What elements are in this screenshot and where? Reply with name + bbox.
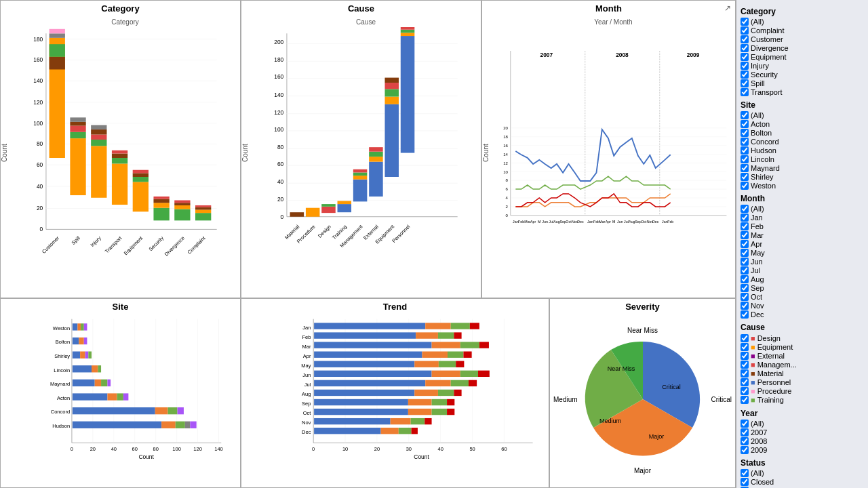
cat-security-label: Security (751, 70, 778, 79)
mo-mar[interactable]: Mar (741, 231, 864, 239)
mo-may[interactable]: May (741, 249, 864, 257)
cat-transport-item[interactable]: Transport (741, 88, 864, 96)
cat-injury-checkbox[interactable] (741, 62, 749, 70)
cat-security-checkbox[interactable] (741, 70, 749, 79)
near-miss-label: Near Miss (627, 327, 658, 334)
svg-text:80: 80 (153, 446, 159, 452)
site-lincoln-item[interactable]: Lincoln (741, 155, 864, 163)
mo-aug[interactable]: Aug (741, 275, 864, 283)
site-weston-item[interactable]: Weston (741, 182, 864, 190)
site-hudson-item[interactable]: Hudson (741, 146, 864, 155)
mo-jun[interactable]: Jun (741, 258, 864, 266)
cat-spill-checkbox[interactable] (741, 79, 749, 87)
cause-material[interactable]: ■ Material (741, 369, 864, 378)
svg-rect-210 (95, 380, 101, 386)
site-maynard-item[interactable]: Maynard (741, 164, 864, 172)
yr-2009[interactable]: 2009 (741, 446, 864, 454)
svg-rect-269 (314, 352, 422, 358)
external-link-icon[interactable]: ↗ (724, 3, 731, 13)
mo-apr[interactable]: Apr (741, 240, 864, 248)
mo-jan[interactable]: Jan (741, 214, 864, 222)
svg-rect-215 (107, 393, 117, 400)
year-month-subtitle: Year / Month (495, 18, 732, 26)
svg-rect-283 (451, 380, 469, 386)
svg-rect-25 (50, 29, 65, 34)
site-shirley-item[interactable]: Shirley (741, 173, 864, 181)
svg-text:Sep: Sep (302, 401, 311, 407)
cat-transport-checkbox[interactable] (741, 88, 749, 96)
svg-text:Mar: Mar (524, 220, 530, 224)
cat-spill-item[interactable]: Spill (741, 79, 864, 87)
cat-injury-item[interactable]: Injury (741, 62, 864, 70)
svg-text:0: 0 (506, 214, 509, 218)
yr-all[interactable]: (All) (741, 420, 864, 428)
cause-procedure[interactable]: ■ Procedure (741, 387, 864, 395)
site-bolton-item[interactable]: Bolton (741, 129, 864, 137)
svg-rect-257 (314, 323, 425, 329)
yr-2008[interactable]: 2008 (741, 437, 864, 445)
mo-sep[interactable]: Sep (741, 284, 864, 292)
mo-dec[interactable]: Dec (741, 310, 864, 319)
st-closed[interactable]: Closed (741, 478, 864, 486)
svg-text:40: 40 (438, 446, 443, 452)
svg-rect-47 (153, 197, 169, 199)
cat-security-item[interactable]: Security (741, 70, 864, 79)
svg-text:0: 0 (281, 214, 284, 220)
site-all-item[interactable]: (All) (741, 111, 864, 119)
category-chart-panel: Category Count Category 0 20 (0, 0, 241, 298)
svg-rect-282 (425, 380, 451, 386)
svg-rect-216 (117, 393, 123, 400)
svg-text:80: 80 (277, 144, 284, 150)
svg-rect-91 (338, 204, 352, 212)
cause-management[interactable]: ■ Managem... (741, 361, 864, 369)
svg-text:200: 200 (274, 39, 283, 45)
st-all[interactable]: (All) (741, 469, 864, 477)
mo-oct[interactable]: Oct (741, 293, 864, 301)
top-row: Category Count Category 0 20 (0, 0, 736, 298)
site-acton-item[interactable]: Acton (741, 120, 864, 128)
cat-all-item[interactable]: (All) (741, 18, 864, 26)
cat-complaint-checkbox[interactable] (741, 26, 749, 35)
svg-rect-33 (91, 135, 106, 140)
svg-rect-37 (112, 158, 127, 163)
mo-all[interactable]: (All) (741, 205, 864, 213)
svg-text:Apr: Apr (606, 220, 611, 224)
cat-customer-item[interactable]: Customer (741, 35, 864, 43)
site-concord-item[interactable]: Concord (741, 138, 864, 146)
svg-text:Jun: Jun (542, 220, 548, 224)
svg-rect-226 (176, 422, 185, 428)
svg-text:Shirley: Shirley (54, 353, 70, 359)
cat-equipment-item[interactable]: Equipment (741, 53, 864, 61)
cat-customer-checkbox[interactable] (741, 35, 749, 43)
svg-text:Equipment: Equipment (123, 235, 144, 256)
cause-design[interactable]: ■ Design (741, 334, 864, 342)
svg-rect-272 (463, 352, 471, 358)
mo-nov[interactable]: Nov (741, 302, 864, 310)
cause-equipment[interactable]: ■ Equipment (741, 343, 864, 351)
svg-rect-191 (73, 323, 78, 330)
mo-jul[interactable]: Jul (741, 266, 864, 274)
svg-rect-46 (153, 199, 169, 203)
critical-label: Critical (711, 395, 732, 403)
trend-title: Trend (241, 299, 549, 313)
svg-text:20: 20 (277, 196, 284, 203)
cat-all-checkbox[interactable] (741, 18, 749, 26)
svg-text:180: 180 (33, 36, 43, 43)
svg-rect-29 (70, 122, 85, 126)
cat-divergence-checkbox[interactable] (741, 44, 749, 52)
mo-feb[interactable]: Feb (741, 222, 864, 230)
svg-rect-266 (432, 342, 460, 348)
cat-complaint-item[interactable]: Complaint (741, 26, 864, 35)
svg-text:M: M (538, 220, 540, 224)
cause-personnel[interactable]: ■ Personnel (741, 378, 864, 386)
cause-external[interactable]: ■ External (741, 352, 864, 360)
cat-divergence-item[interactable]: Divergence (741, 44, 864, 52)
cause-training[interactable]: ■ Training (741, 396, 864, 404)
yr-2007[interactable]: 2007 (741, 428, 864, 436)
trend-body: 0 10 20 30 40 50 60 Count (241, 313, 549, 487)
svg-text:Aug: Aug (553, 220, 559, 224)
svg-text:Transport: Transport (104, 235, 123, 254)
svg-text:140: 140 (274, 92, 283, 98)
svg-text:Acton: Acton (57, 395, 70, 401)
cat-equipment-checkbox[interactable] (741, 53, 749, 61)
